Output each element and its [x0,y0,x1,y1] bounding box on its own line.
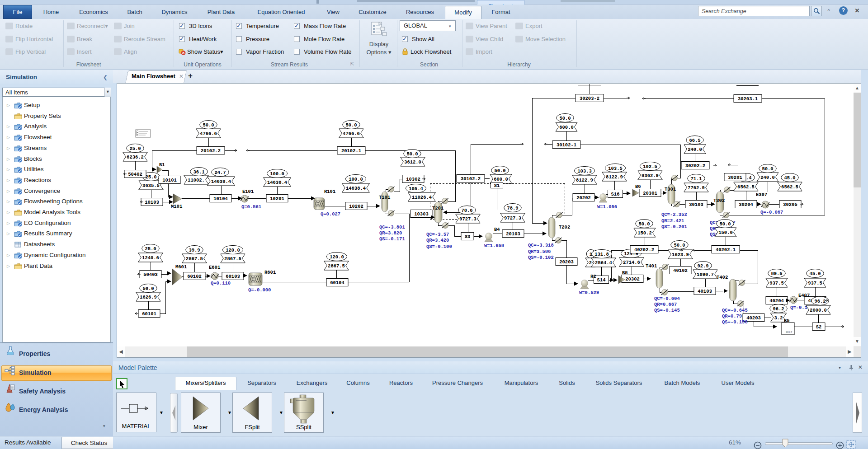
svg-text:78.9: 78.9 [507,206,518,211]
svg-text:T301: T301 [665,187,676,192]
svg-text:20103: 20103 [506,231,520,237]
svg-text:R101: R101 [324,189,335,194]
svg-text:96.2: 96.2 [814,299,826,304]
svg-text:QC=-3.318: QC=-3.318 [528,243,554,248]
svg-text:M601: M601 [175,264,187,270]
svg-text:2564.4: 2564.4 [595,260,612,266]
svg-text:BELT: BELT [786,331,793,334]
svg-text:8122.9: 8122.9 [606,174,623,180]
svg-text:3612.0: 3612.0 [404,159,421,165]
svg-text:30201: 30201 [728,175,742,180]
svg-text:50.0: 50.0 [345,122,357,128]
svg-text:40103: 40103 [698,289,712,294]
svg-text:10103: 10103 [145,200,159,205]
svg-text:QS=-0.201: QS=-0.201 [661,224,687,229]
svg-text:6562.5: 6562.5 [781,184,798,190]
svg-text:6562.5: 6562.5 [737,184,755,190]
svg-text:50.0: 50.0 [559,116,571,121]
svg-text:96.2: 96.2 [773,306,784,312]
svg-text:QR=3.586: QR=3.586 [528,249,551,254]
svg-text:7762.9: 7762.9 [688,185,705,191]
svg-text:QS=-0.100: QS=-0.100 [426,244,452,249]
svg-text:8362.9: 8362.9 [642,173,659,178]
svg-text:36.1: 36.1 [193,169,204,175]
svg-text:QC=-2.352: QC=-2.352 [661,212,687,217]
svg-text:40204: 40204 [769,298,784,304]
svg-text:60102: 60102 [187,274,202,279]
svg-text:60103: 60103 [226,274,240,279]
svg-text:937.5: 937.5 [769,281,784,286]
svg-text:QC=-3.57: QC=-3.57 [426,232,449,237]
svg-text:E307: E307 [756,192,767,197]
svg-text:105.4: 105.4 [409,186,423,192]
svg-text:S16: S16 [611,192,620,197]
svg-text:71.1: 71.1 [690,176,702,182]
svg-text:50.0: 50.0 [762,166,773,172]
svg-text:QR=2.421: QR=2.421 [661,218,684,224]
svg-text:20301: 20301 [643,191,657,196]
svg-text:Q=-0.067: Q=-0.067 [760,210,783,215]
svg-text:QS=-0.158: QS=-0.158 [722,319,748,325]
svg-text:30203-1: 30203-1 [738,96,758,102]
svg-text:600.0: 600.0 [494,177,508,182]
svg-text:30102-2: 30102-2 [461,176,481,182]
svg-text:6236.2: 6236.2 [127,154,144,160]
svg-text:T201: T201 [432,206,443,211]
svg-text:1626.9: 1626.9 [140,295,157,300]
svg-text:50.0: 50.0 [494,168,505,173]
svg-text:40202-1: 40202-1 [716,247,736,253]
svg-text:3.2: 3.2 [774,315,783,321]
svg-text:24.7: 24.7 [214,170,226,175]
svg-text:E101: E101 [242,189,254,194]
svg-text:50.0: 50.0 [203,122,214,128]
svg-text:S14: S14 [597,277,606,283]
svg-text:11026.4: 11026.4 [412,195,432,200]
svg-text:W=0.529: W=0.529 [579,290,599,295]
svg-text:120.0: 120.0 [226,248,240,253]
svg-text:66.5: 66.5 [689,138,700,143]
svg-text:Q=0.027: Q=0.027 [321,211,340,217]
svg-text:25.0: 25.0 [129,146,141,151]
svg-text:25.0: 25.0 [145,246,156,252]
svg-text:14638.4: 14638.4 [346,186,366,191]
svg-text:20203: 20203 [559,259,574,265]
svg-text:S1: S1 [494,183,500,188]
svg-text:QS=-0.171: QS=-0.171 [379,236,405,242]
svg-text:8122.9: 8122.9 [576,178,593,183]
svg-text:45.0: 45.0 [809,271,821,276]
svg-text:10303: 10303 [414,211,429,217]
svg-text:QC=-0.645: QC=-0.645 [722,308,748,313]
svg-text:150.0: 150.0 [718,230,733,235]
svg-text:2867.5: 2867.5 [186,256,203,262]
svg-text:30102-1: 30102-1 [557,142,576,148]
svg-text:30204: 30204 [739,202,753,207]
svg-text:1090.7: 1090.7 [697,272,714,277]
svg-text:10101: 10101 [162,178,177,183]
svg-text:103.5: 103.5 [608,166,623,171]
svg-text:2867.5: 2867.5 [328,263,345,269]
svg-text:20102-2: 20102-2 [201,148,221,154]
svg-text:11002.: 11002. [188,178,205,183]
svg-text:50.0: 50.0 [406,151,418,157]
svg-text:T402: T402 [717,275,728,280]
svg-text:600.0: 600.0 [559,125,574,130]
svg-text:30203-2: 30203-2 [580,96,599,101]
svg-text:QR=0.667: QR=0.667 [654,302,677,307]
svg-text:B5: B5 [784,318,790,323]
svg-text:Q=-0.1: Q=-0.1 [790,305,807,310]
svg-text:Q=-0.000: Q=-0.000 [248,287,271,293]
svg-text:Q=0.561: Q=0.561 [241,204,261,210]
svg-text:B8: B8 [622,270,628,276]
svg-text:QR=0.79: QR=0.79 [722,313,742,319]
svg-text:W=1.056: W=1.056 [597,204,617,210]
svg-text:9727.3: 9727.3 [504,215,521,221]
svg-text:40202-2: 40202-2 [634,247,654,253]
svg-text:103.3: 103.3 [577,168,592,174]
svg-text:QS=-0.145: QS=-0.145 [654,308,680,313]
svg-text:1623.9: 1623.9 [672,252,689,257]
svg-text:B1: B1 [159,162,165,168]
svg-text:60101: 60101 [142,311,156,317]
svg-text:3635.5: 3635.5 [142,183,160,188]
svg-text:50.0: 50.0 [638,221,650,227]
svg-text:25.0: 25.0 [145,174,156,180]
